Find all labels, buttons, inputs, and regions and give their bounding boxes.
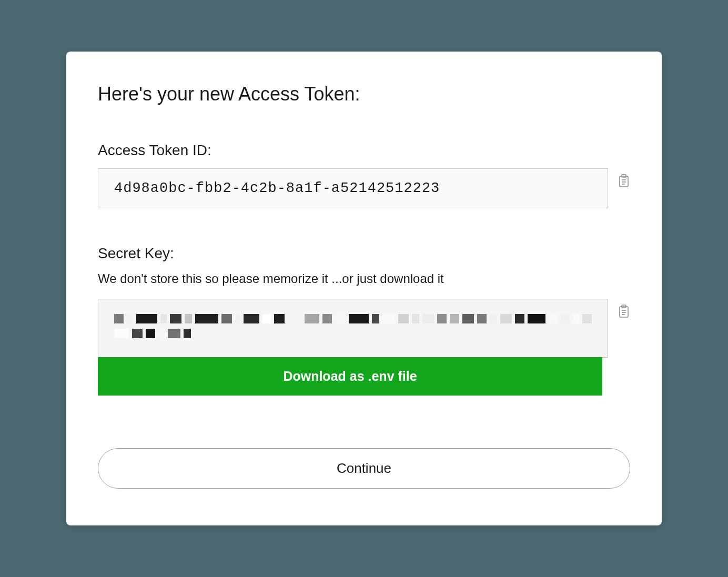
obscured-block <box>184 329 191 338</box>
obscured-block <box>437 314 447 323</box>
obscured-block <box>235 314 240 323</box>
secret-key-value-obscured[interactable] <box>98 299 608 358</box>
access-token-card: Here's your new Access Token: Access Tok… <box>66 52 662 525</box>
secret-key-helper: We don't store this so please memorize i… <box>98 271 630 286</box>
secret-key-label: Secret Key: <box>98 245 630 262</box>
obscured-block <box>288 314 301 323</box>
obscured-block <box>170 314 181 323</box>
obscured-block <box>322 314 332 323</box>
access-token-id-value[interactable]: 4d98a0bc-fbb2-4c2b-8a1f-a52142512223 <box>98 168 608 208</box>
obscured-block <box>528 314 545 323</box>
obscured-block <box>114 329 129 338</box>
obscured-block <box>274 314 285 323</box>
obscured-block <box>305 314 319 323</box>
obscured-block <box>262 314 271 323</box>
svg-rect-5 <box>620 307 628 317</box>
obscured-block <box>412 314 419 323</box>
obscured-block <box>490 314 497 323</box>
copy-secret-key-icon[interactable] <box>618 304 630 319</box>
obscured-block <box>335 314 346 323</box>
download-env-button[interactable]: Download as .env file <box>98 357 602 396</box>
obscured-block <box>160 314 167 323</box>
obscured-block <box>477 314 487 323</box>
obscured-block <box>146 329 155 338</box>
obscured-block <box>114 314 124 323</box>
obscured-block <box>244 314 259 323</box>
obscured-block <box>349 314 369 323</box>
obscured-block <box>560 314 570 323</box>
obscured-block <box>382 314 395 323</box>
obscured-block <box>422 314 434 323</box>
continue-button[interactable]: Continue <box>98 448 630 489</box>
obscured-block <box>221 314 232 323</box>
obscured-block <box>515 314 524 323</box>
obscured-block <box>462 314 474 323</box>
obscured-block <box>582 314 592 323</box>
svg-rect-0 <box>620 176 628 187</box>
obscured-block <box>136 314 157 323</box>
obscured-block <box>168 329 180 338</box>
access-token-id-label: Access Token ID: <box>98 142 630 159</box>
obscured-block <box>158 329 165 338</box>
obscured-block <box>185 314 192 323</box>
obscured-block <box>500 314 512 323</box>
obscured-block <box>450 314 459 323</box>
obscured-block <box>132 329 143 338</box>
obscured-block <box>372 314 379 323</box>
obscured-block <box>573 314 579 323</box>
obscured-block <box>549 314 557 323</box>
page-heading: Here's your new Access Token: <box>98 83 630 105</box>
copy-access-token-icon[interactable] <box>618 174 630 188</box>
obscured-block <box>195 314 218 323</box>
obscured-block <box>398 314 409 323</box>
obscured-block <box>127 314 133 323</box>
